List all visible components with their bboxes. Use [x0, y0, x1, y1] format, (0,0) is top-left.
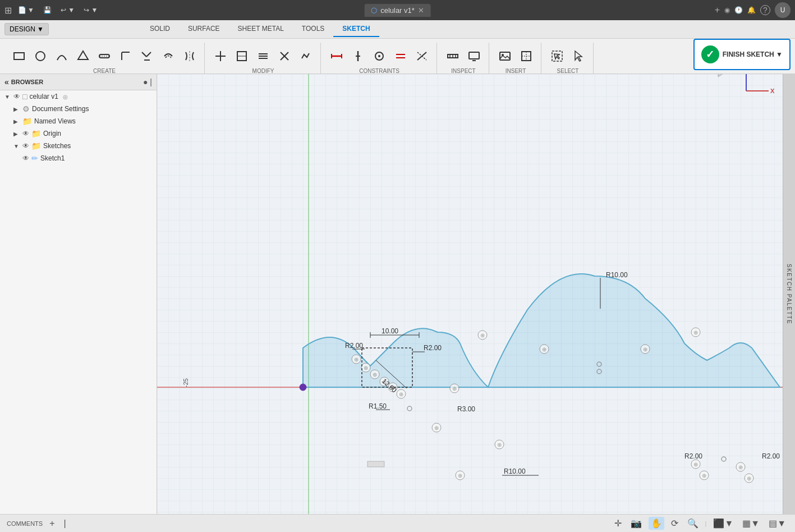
modify-tool5[interactable] — [296, 46, 316, 66]
notification-icon[interactable]: 🔔 — [747, 6, 756, 14]
sketch-palette-panel[interactable]: SKETCH PALETTE — [783, 74, 795, 514]
rectangle-tool[interactable] — [9, 46, 29, 66]
constraint-horizontal[interactable] — [327, 46, 347, 66]
circle-tool[interactable] — [30, 46, 50, 66]
file-menu-button[interactable]: 📄▼ — [15, 5, 37, 15]
statusbar-pin-button[interactable]: | — [62, 517, 68, 530]
mirror-tool[interactable] — [180, 46, 200, 66]
svg-point-1 — [36, 52, 45, 61]
modify-tool1[interactable] — [210, 46, 231, 66]
offset-tool[interactable] — [158, 46, 178, 66]
tree-item-label: celular v1 — [29, 93, 58, 100]
visibility-icon[interactable]: 👁 — [22, 154, 29, 162]
tree-item-document-settings[interactable]: ▶ ⚙ Document Settings — [9, 103, 157, 115]
svg-text:R2.00: R2.00 — [684, 452, 702, 460]
finish-sketch-button[interactable]: ✓ FINISH SKETCH ▼ — [693, 39, 791, 70]
insert-image[interactable] — [495, 46, 515, 66]
fillet-tool[interactable] — [116, 46, 136, 66]
help-icon[interactable]: ? — [760, 5, 770, 15]
add-comment-button[interactable]: + — [47, 517, 57, 530]
clock-icon[interactable]: 🕐 — [734, 6, 743, 14]
svg-text:⊕: ⊕ — [643, 346, 647, 352]
statusbar-zoom-icon[interactable]: 🔍 — [685, 517, 701, 530]
back-arrows-icon[interactable]: « — [4, 77, 9, 86]
redo-button[interactable]: ↪ ▼ — [81, 5, 100, 15]
svg-point-47 — [300, 384, 306, 391]
tree-expand-icon: ▼ — [4, 94, 11, 100]
document-icon: □ — [22, 92, 27, 101]
browser-panel: « BROWSER ● | ▼ 👁 □ celular v1 ◎ ▶ ⚙ Doc… — [0, 74, 157, 514]
tab-surface[interactable]: SURFACE — [179, 21, 229, 37]
polygon-tool[interactable] — [73, 46, 93, 66]
inspect-display[interactable] — [464, 46, 484, 66]
dim-minus25: -25 — [182, 378, 189, 387]
svg-rect-33 — [469, 52, 479, 59]
modify-tool3[interactable] — [253, 46, 273, 66]
svg-rect-44 — [157, 74, 795, 514]
nav-back-icon[interactable]: ◉ — [724, 6, 730, 14]
grid-display-button[interactable]: ▦▼ — [740, 517, 762, 530]
svg-line-5 — [142, 52, 146, 57]
statusbar: COMMENTS + | ✛ 📷 ✋ ⟳ 🔍 | ⬛▼ ▦▼ ▤▼ — [0, 514, 795, 532]
titlebar: ⊞ 📄▼ 💾 ↩ ▼ ↪ ▼ ⬡ celular v1* ✕ + ◉ 🕐 🔔 ?… — [0, 0, 795, 20]
svg-marker-2 — [78, 51, 88, 59]
slot-tool[interactable] — [94, 46, 114, 66]
constraint-circle[interactable] — [369, 46, 389, 66]
svg-marker-42 — [575, 51, 582, 61]
inspect-measure[interactable] — [443, 46, 463, 66]
constraint-equal[interactable] — [390, 46, 411, 66]
insert-canvas[interactable] — [516, 46, 536, 66]
modify-tool2[interactable] — [232, 46, 252, 66]
statusbar-orbit-icon[interactable]: ⟳ — [669, 517, 681, 530]
statusbar-move-icon[interactable]: ✛ — [612, 517, 624, 530]
svg-text:⊕: ⊕ — [434, 425, 439, 431]
statusbar-camera-icon[interactable]: 📷 — [628, 517, 644, 530]
save-button[interactable]: 💾 — [40, 5, 54, 15]
canvas-area[interactable]: ⊕ ⊕ ⊕ ⊕ ⊕ ⊕ ⊕ ⊕ ⊕ ⊕ ⊕ ⊕ ⊕ ⊕ ⊕ ⊕ ⊕ ⊕ — [157, 74, 795, 514]
toolbar-icons: CREATE MODIFY — [0, 39, 795, 78]
tree-item-label: Origin — [43, 130, 61, 137]
constraint-angle[interactable] — [412, 46, 432, 66]
display-mode-button[interactable]: ⬛▼ — [711, 517, 736, 530]
tab-solid[interactable]: SOLID — [141, 21, 179, 37]
tab-sketch[interactable]: SKETCH — [333, 21, 379, 37]
sketch-canvas: ⊕ ⊕ ⊕ ⊕ ⊕ ⊕ ⊕ ⊕ ⊕ ⊕ ⊕ ⊕ ⊕ ⊕ ⊕ ⊕ ⊕ ⊕ — [157, 74, 795, 514]
constraint-vertical[interactable] — [348, 46, 368, 66]
dim-r2-bottom-left: R2.00 — [684, 452, 702, 460]
select-label: SELECT — [557, 68, 579, 74]
trim-tool[interactable] — [137, 46, 157, 66]
undo-button[interactable]: ↩ ▼ — [58, 5, 77, 15]
select-tool[interactable] — [547, 46, 567, 66]
user-avatar[interactable]: U — [775, 2, 791, 18]
modify-tool4[interactable] — [274, 46, 295, 66]
tree-item-named-views[interactable]: ▶ 📁 Named Views — [9, 115, 157, 127]
tree-item-sketches[interactable]: ▼ 👁 📁 Sketches — [9, 140, 157, 152]
visibility-icon[interactable]: 👁 — [22, 142, 29, 150]
apps-grid-icon[interactable]: ⊞ — [4, 5, 12, 16]
tree-item-label: Sketch1 — [40, 154, 65, 162]
tab-close-icon[interactable]: ✕ — [418, 6, 424, 15]
dim-r2-bottom-right: R2.00 — [762, 452, 780, 460]
document-tab[interactable]: ⬡ celular v1* ✕ — [364, 4, 431, 17]
view-options-button[interactable]: ▤▼ — [766, 517, 788, 530]
tree-item-origin[interactable]: ▶ 👁 📁 Origin — [9, 127, 157, 140]
visibility-icon[interactable]: 👁 — [13, 93, 20, 100]
svg-text:R10.00: R10.00 — [504, 467, 526, 475]
cursor-tool[interactable] — [568, 46, 589, 66]
constraints-group: CONSTRAINTS — [322, 43, 437, 74]
create-label: CREATE — [93, 68, 116, 74]
browser-pin-button[interactable]: | — [150, 77, 152, 86]
file-icon: 📄 — [18, 6, 26, 14]
tree-item-sketch1[interactable]: 👁 ✏ Sketch1 — [18, 152, 157, 164]
main-area: « BROWSER ● | ▼ 👁 □ celular v1 ◎ ▶ ⚙ Doc… — [0, 74, 795, 514]
tab-sheet-metal[interactable]: SHEET METAL — [229, 21, 293, 37]
browser-title: BROWSER — [11, 79, 141, 85]
design-dropdown-button[interactable]: DESIGN ▼ — [4, 23, 49, 35]
arc-tool[interactable] — [52, 46, 72, 66]
statusbar-pan-icon[interactable]: ✋ — [649, 517, 664, 530]
new-tab-icon[interactable]: + — [715, 5, 720, 15]
tab-tools[interactable]: TOOLS — [293, 21, 333, 37]
tree-item-celular[interactable]: ▼ 👁 □ celular v1 ◎ — [0, 90, 157, 103]
browser-close-button[interactable]: ● — [143, 77, 148, 86]
visibility-icon[interactable]: 👁 — [22, 130, 29, 137]
